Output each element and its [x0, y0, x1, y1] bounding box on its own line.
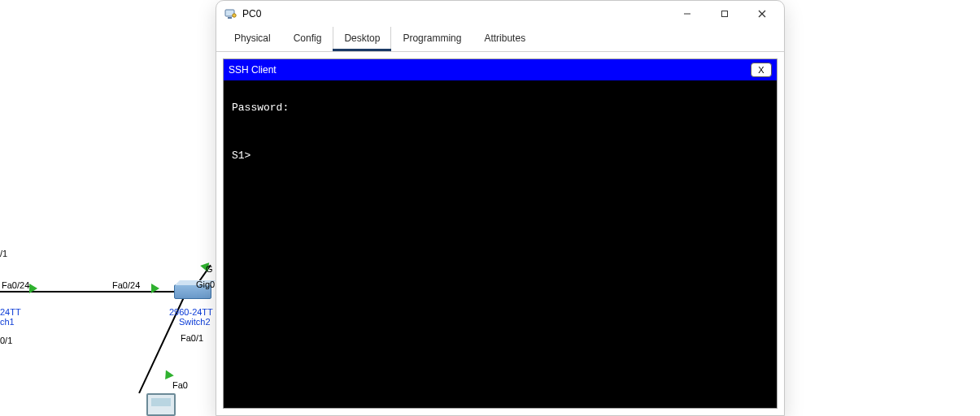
panel-title: SSH Client [229, 64, 277, 76]
tab-attributes[interactable]: Attributes [473, 27, 537, 51]
tab-programming[interactable]: Programming [391, 27, 473, 51]
tab-config[interactable]: Config [282, 27, 333, 51]
device-window: PC0 Physical Config Desktop Programming … [216, 0, 785, 416]
terminal-line: Password: [232, 102, 289, 114]
device-label: Switch2 [179, 317, 211, 327]
panel-header: SSH Client X [224, 59, 777, 80]
app-icon [224, 7, 237, 20]
device-label: 2960-24TT [169, 307, 213, 317]
tab-physical[interactable]: Physical [223, 27, 282, 51]
port-label: Fa0/24 [2, 280, 29, 290]
tab-bar: Physical Config Desktop Programming Attr… [216, 27, 784, 52]
desktop-panel: SSH Client X Password: S1> [223, 58, 777, 409]
close-button[interactable] [743, 2, 781, 26]
port-label: Fa0/1 [181, 333, 203, 343]
svg-rect-1 [228, 17, 232, 19]
terminal-line: S1> [232, 150, 250, 162]
maximize-button[interactable] [706, 2, 743, 26]
pc-device[interactable] [146, 393, 176, 416]
panel-close-button[interactable]: X [751, 63, 772, 77]
port-label: Fa0/24 [112, 280, 140, 290]
minimize-button[interactable] [669, 2, 706, 26]
device-label: 24TT [0, 307, 21, 317]
device-label: ch1 [0, 317, 15, 327]
window-title: PC0 [242, 8, 261, 20]
port-label: Gig0 [196, 280, 215, 289]
port-label: /1 [0, 249, 7, 258]
svg-rect-4 [722, 11, 728, 17]
svg-point-2 [233, 14, 236, 17]
titlebar[interactable]: PC0 [216, 1, 784, 27]
port-label: G [206, 264, 213, 274]
port-label: Fa0 [172, 380, 188, 390]
tab-desktop[interactable]: Desktop [333, 27, 391, 51]
port-label: 0/1 [0, 336, 12, 345]
ssh-terminal[interactable]: Password: S1> [224, 80, 777, 408]
